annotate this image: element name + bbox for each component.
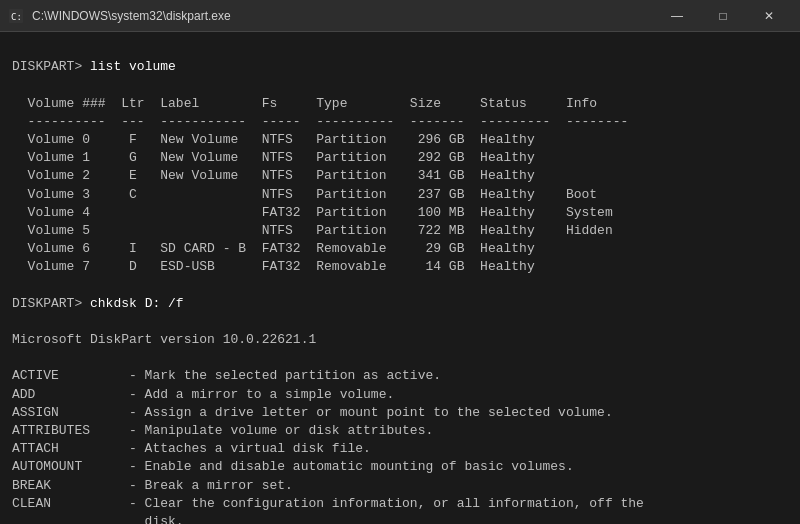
svg-text:C:: C: xyxy=(11,12,22,22)
window-controls: — □ ✕ xyxy=(654,0,792,32)
maximize-button[interactable]: □ xyxy=(700,0,746,32)
title-bar: C: C:\WINDOWS\system32\diskpart.exe — □ … xyxy=(0,0,800,32)
terminal-body: DISKPART> list volume Volume ### Ltr Lab… xyxy=(0,32,800,524)
terminal-icon: C: xyxy=(8,8,24,24)
title-bar-left: C: C:\WINDOWS\system32\diskpart.exe xyxy=(8,8,231,24)
close-button[interactable]: ✕ xyxy=(746,0,792,32)
minimize-button[interactable]: — xyxy=(654,0,700,32)
window-title: C:\WINDOWS\system32\diskpart.exe xyxy=(32,9,231,23)
